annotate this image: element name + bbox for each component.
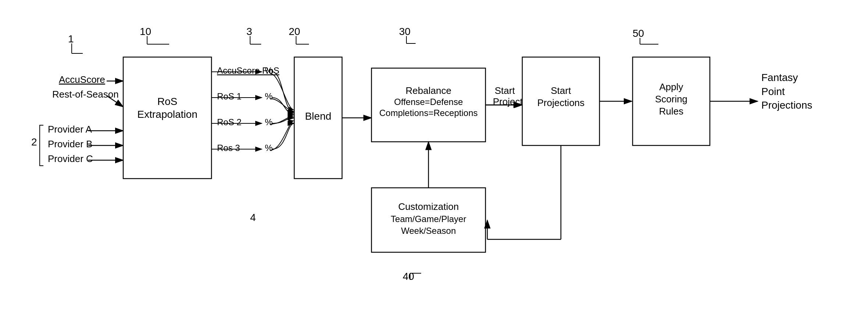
label-rest-of-season: Rest-of-Season [52, 89, 119, 100]
apply-scoring-label-2: Scoring [655, 94, 687, 105]
label-start-projections: Start [495, 85, 515, 96]
label-ros2: RoS 2 [217, 117, 242, 127]
label-fantasy-1: Fantasy [761, 72, 798, 83]
customization-label-1: Customization [398, 201, 459, 212]
label-num20: 20 [289, 26, 300, 37]
label-provider-a: Provider A [48, 124, 92, 135]
label-num4: 4 [250, 212, 256, 223]
rebalance-label-3: Completions=Receptions [379, 108, 477, 118]
label-num2: 2 [31, 136, 37, 148]
label-num40: 40 [403, 271, 414, 282]
label-num10: 10 [140, 26, 151, 37]
rebalance-label-2: Offense=Defense [394, 97, 463, 107]
label-num30: 30 [399, 26, 410, 37]
pct-2: % [265, 91, 273, 101]
label-fantasy-2: Point [761, 86, 785, 97]
apply-scoring-label-3: Rules [659, 106, 683, 117]
pct-3: % [265, 117, 273, 127]
ros-extrapolation-label-2: Extrapolation [137, 109, 197, 120]
start-projections-box-label-2: Projections [537, 97, 585, 108]
label-ros1: RoS 1 [217, 91, 242, 101]
label-num1: 1 [68, 33, 74, 45]
label-accuscore: AccuScore [59, 74, 105, 85]
label-provider-b: Provider B [48, 138, 92, 150]
pct-4: % [265, 143, 273, 153]
label-provider-c: Provider C [48, 153, 93, 164]
label-ros3: Ros 3 [217, 143, 240, 153]
start-projections-box-label-1: Start [551, 85, 572, 96]
apply-scoring-label-1: Apply [659, 81, 683, 92]
blend-label: Blend [305, 110, 331, 122]
customization-label-2: Team/Game/Player [391, 214, 466, 224]
diagram-container: 1 10 3 20 30 50 40 4 2 AccuScore [0, 0, 868, 327]
rebalance-label-1: Rebalance [406, 85, 451, 96]
label-num50: 50 [633, 28, 644, 39]
label-fantasy-3: Projections [761, 99, 812, 111]
ros-extrapolation-label-1: RoS [157, 96, 177, 107]
customization-label-3: Week/Season [401, 226, 456, 236]
label-num3: 3 [246, 26, 252, 37]
